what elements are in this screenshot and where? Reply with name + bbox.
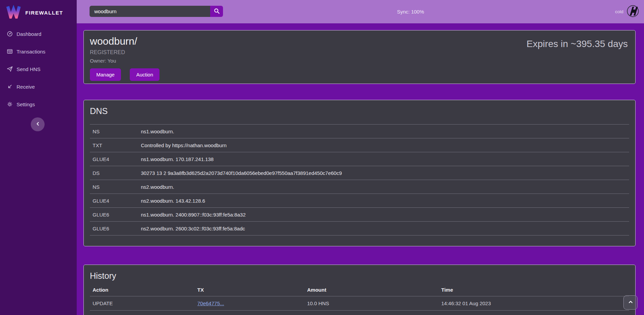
dns-record-type: GLUE4 xyxy=(93,198,141,204)
dns-record-value: Controlled by https://nathan.woodburn xyxy=(141,142,629,148)
settings-gear-icon xyxy=(7,101,13,107)
handshake-logo-icon[interactable] xyxy=(626,5,639,19)
sidebar-item-label: Settings xyxy=(17,102,35,107)
dns-record-value: ns1.woodburn. xyxy=(141,129,629,134)
sidebar-collapse-button[interactable] xyxy=(31,117,45,131)
sidebar: FIREWALLET Dashboard Transactions Send H… xyxy=(0,0,77,315)
dns-record-type: GLUE4 xyxy=(93,156,141,162)
dns-record-row: GLUE6 ns1.woodburn. 2400:8907::f03c:93ff… xyxy=(90,208,629,222)
dns-record-row: TXT Controlled by https://nathan.woodbur… xyxy=(90,138,629,152)
history-card: History Action TX Amount Time UPDATE 70e… xyxy=(83,265,636,315)
sync-status: Sync: 100% xyxy=(397,0,424,23)
receive-arrow-icon xyxy=(7,84,13,90)
history-row: UPDATE 70e64775... 10.0 HNS 14:46:32 01 … xyxy=(90,296,629,311)
domain-expiry: Expires in ~395.35 days xyxy=(526,39,628,84)
brand-name: FIREWALLET xyxy=(25,10,63,16)
domain-card: woodburn/ REGISTERED Owner: You Manage A… xyxy=(83,30,636,84)
dns-record-value: ns1.woodburn. 170.187.241.138 xyxy=(141,156,629,162)
domain-name: woodburn/ xyxy=(90,36,159,47)
send-plane-icon xyxy=(7,66,13,72)
sidebar-item-settings[interactable]: Settings xyxy=(0,95,77,113)
dns-card: DNS NS ns1.woodburn. TXT Controlled by h… xyxy=(83,100,636,246)
firewallet-app: { "colors": { "sidebar_bg": "#430d60", "… xyxy=(0,0,644,315)
search-icon xyxy=(214,8,220,15)
dns-record-type: NS xyxy=(93,129,141,134)
sidebar-item-label: Dashboard xyxy=(17,31,41,37)
sidebar-item-label: Transactions xyxy=(17,49,45,54)
history-col-action: Action xyxy=(93,287,197,293)
dns-title: DNS xyxy=(90,106,629,116)
dns-record-value: 30273 13 2 9a3a8fb3d625d2a2073d740f10da6… xyxy=(141,170,629,176)
domain-actions: Manage Auction xyxy=(90,68,159,81)
history-table: Action TX Amount Time UPDATE 70e64775...… xyxy=(90,284,629,315)
wallet-name: cold xyxy=(615,9,623,14)
manage-button[interactable]: Manage xyxy=(90,68,121,81)
history-col-amount: Amount xyxy=(307,287,441,293)
dns-record-type: NS xyxy=(93,184,141,190)
sidebar-item-transactions[interactable]: Transactions xyxy=(0,43,77,60)
history-title: History xyxy=(90,271,629,281)
sidebar-item-label: Receive xyxy=(17,84,35,90)
search-input[interactable] xyxy=(90,6,210,17)
history-header-row: Action TX Amount Time xyxy=(90,284,629,296)
dns-record-row: GLUE6 ns2.woodburn. 2600:3c02::f03c:93ff… xyxy=(90,222,629,235)
domain-info: woodburn/ REGISTERED Owner: You Manage A… xyxy=(90,36,159,84)
dns-record-value: ns2.woodburn. 2600:3c02::f03c:93ff:fe5a:… xyxy=(141,226,629,231)
tx-link[interactable]: 70e64775... xyxy=(197,300,224,306)
history-time: 14:46:32 01 Aug 2023 xyxy=(441,300,629,306)
dns-record-value: ns1.woodburn. 2400:8907::f03c:93ff:fe5a:… xyxy=(141,212,629,218)
chevron-up-icon xyxy=(628,299,633,306)
sidebar-nav: Dashboard Transactions Send HNS Receive … xyxy=(0,25,77,113)
sidebar-item-send-hns[interactable]: Send HNS xyxy=(0,60,77,78)
dns-record-row: GLUE4 ns2.woodburn. 143.42.128.6 xyxy=(90,194,629,208)
history-action: UPDATE xyxy=(93,300,197,306)
brand[interactable]: FIREWALLET xyxy=(0,0,77,21)
chevron-left-icon xyxy=(35,121,40,127)
topbar: Sync: 100% cold xyxy=(77,0,644,23)
search-bar xyxy=(90,6,223,17)
firewallet-w-logo xyxy=(6,5,21,20)
dns-record-row: GLUE4 ns1.woodburn. 170.187.241.138 xyxy=(90,152,629,166)
history-row: RENEW d7bc5c4... 10.0 HNS 15:47:36 07 Ju… xyxy=(90,311,629,315)
dashboard-gauge-icon xyxy=(7,31,13,37)
dns-record-type: TXT xyxy=(93,142,141,148)
dns-record-type: GLUE6 xyxy=(93,212,141,218)
history-col-tx: TX xyxy=(197,287,307,293)
sidebar-item-receive[interactable]: Receive xyxy=(0,78,77,95)
dns-record-type: GLUE6 xyxy=(93,226,141,231)
dns-record-row: NS ns1.woodburn. xyxy=(90,125,629,138)
dns-table: NS ns1.woodburn. TXT Controlled by https… xyxy=(90,124,629,235)
search-button[interactable] xyxy=(210,6,223,17)
sidebar-item-label: Send HNS xyxy=(17,66,41,72)
dns-record-value: ns2.woodburn. xyxy=(141,184,629,190)
scroll-to-top-button[interactable] xyxy=(623,295,638,310)
sidebar-item-dashboard[interactable]: Dashboard xyxy=(0,25,77,43)
domain-status-badge: REGISTERED xyxy=(90,49,159,55)
dns-record-type: DS xyxy=(93,170,141,176)
wallet-selector[interactable]: cold xyxy=(615,0,639,23)
dns-record-row: NS ns2.woodburn. xyxy=(90,180,629,194)
dns-record-value: ns2.woodburn. 143.42.128.6 xyxy=(141,198,629,204)
history-amount: 10.0 HNS xyxy=(307,300,441,306)
domain-owner: Owner: You xyxy=(90,58,159,64)
transactions-table-icon xyxy=(7,48,13,54)
dns-record-row: DS 30273 13 2 9a3a8fb3d625d2a2073d740f10… xyxy=(90,166,629,180)
auction-button[interactable]: Auction xyxy=(130,68,159,81)
history-col-time: Time xyxy=(441,287,629,293)
